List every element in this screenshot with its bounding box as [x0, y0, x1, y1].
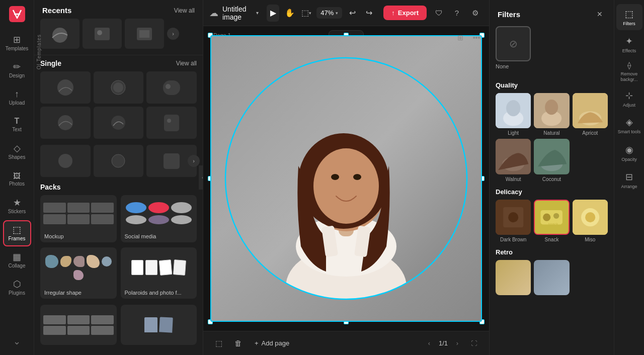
- quality-section-title: Quality: [496, 81, 608, 89]
- filter-retro-2[interactable]: [534, 260, 569, 297]
- redo-button[interactable]: ↪: [363, 5, 375, 22]
- help-icon[interactable]: ?: [449, 5, 465, 21]
- right-tool-remove-bg[interactable]: ⟠ Remove backgr...: [616, 58, 642, 84]
- filter-none-label: None: [496, 63, 509, 69]
- sidebar-item-design[interactable]: ✏ Design: [3, 57, 31, 83]
- smart-tools-icon: ◈: [626, 117, 633, 128]
- single-thumb-5[interactable]: [94, 107, 144, 139]
- right-tool-smart-tools[interactable]: ◈ Smart tools: [616, 113, 642, 139]
- filter-dark-brown-thumb: [496, 200, 531, 235]
- right-tool-arrange[interactable]: ⊟ Arrange: [616, 167, 642, 193]
- svg-point-13: [111, 116, 125, 130]
- single-thumb-7[interactable]: [40, 145, 91, 177]
- zoom-caret: ▾: [336, 11, 338, 16]
- toolbar-more-button[interactable]: ⌄: [9, 332, 25, 351]
- filter-apricot[interactable]: Apricot: [573, 93, 608, 136]
- filter-retro-1[interactable]: [496, 260, 531, 297]
- recent-thumb-1[interactable]: [40, 19, 79, 49]
- recents-next-arrow[interactable]: ›: [167, 28, 179, 40]
- filter-miso[interactable]: Miso: [573, 200, 608, 242]
- sidebar-item-templates[interactable]: ⊞ Templates: [3, 30, 31, 56]
- app-logo[interactable]: [7, 4, 27, 24]
- sidebar-item-upload[interactable]: ↑ Upload: [3, 84, 31, 111]
- shield-icon[interactable]: 🛡: [431, 5, 447, 21]
- single-view-all[interactable]: View all: [176, 60, 197, 67]
- pack-polaroids-label: Polaroids and photo f...: [121, 288, 197, 299]
- add-page-button[interactable]: + Add page: [250, 337, 294, 349]
- document-title[interactable]: Untitled image ▾: [222, 5, 259, 21]
- sidebar-item-photos[interactable]: 🖼 Photos: [3, 166, 31, 192]
- pack-irregular-thumb: [40, 247, 117, 288]
- svg-rect-3: [95, 28, 110, 40]
- single-header: Single View all: [40, 59, 197, 67]
- page-nav: ‹ 1/1 › ⛶: [423, 336, 481, 350]
- sidebar-item-shapes[interactable]: ◇ Shapes: [3, 139, 31, 165]
- canvas-option-icon[interactable]: ⊞: [454, 31, 467, 44]
- pack-more-1[interactable]: [40, 305, 117, 345]
- pack-social-thumb: [121, 195, 197, 231]
- sidebar-item-frames[interactable]: ⬚ Frames: [3, 220, 31, 246]
- hand-tool-button[interactable]: ✋: [283, 5, 296, 22]
- page-indicator: 1/1: [439, 339, 448, 347]
- frame-tool-button[interactable]: ⬚ ▾: [300, 5, 312, 22]
- filter-light[interactable]: Light: [496, 93, 531, 136]
- sidebar-item-stickers[interactable]: ★ Stickers: [3, 193, 31, 219]
- add-page-label: Add page: [262, 339, 290, 347]
- recents-view-all[interactable]: View all: [174, 7, 195, 14]
- section-divider-1: [34, 55, 203, 55]
- pack-mockup[interactable]: Mockup: [40, 195, 117, 242]
- frame-pin-button[interactable]: ⬚: [211, 336, 226, 351]
- svg-point-4: [97, 30, 102, 35]
- filter-natural[interactable]: Natural: [534, 93, 569, 136]
- sidebar-item-text[interactable]: T Text: [3, 112, 31, 138]
- filter-snack[interactable]: snack Snack: [534, 200, 569, 242]
- single-thumb-2[interactable]: [94, 71, 144, 104]
- undo-button[interactable]: ↩: [346, 5, 359, 22]
- fullscreen-button[interactable]: ⛶: [467, 336, 481, 350]
- undo-icon: ↩: [349, 8, 356, 18]
- single-next-arrow[interactable]: ›: [188, 155, 200, 167]
- export-icon: ↑: [391, 9, 395, 17]
- svg-rect-10: [163, 80, 180, 95]
- recent-thumb-3[interactable]: [125, 19, 164, 49]
- single-grid: [40, 71, 197, 139]
- filter-none-button[interactable]: ⊘: [496, 26, 531, 61]
- filter-dark-brown-label: Dark Brown: [496, 237, 531, 242]
- settings-icon[interactable]: ⚙: [467, 5, 483, 21]
- right-tool-effects[interactable]: ✦ Effects: [616, 31, 642, 57]
- filters-panel-icon: ⬚: [625, 9, 633, 20]
- retro-filter-grid: [496, 260, 608, 297]
- export-button[interactable]: ↑ Export: [383, 6, 427, 20]
- sidebar-item-plugins[interactable]: ⬡ Plugins: [3, 275, 31, 301]
- pack-irregular[interactable]: Irregular shape: [40, 247, 117, 299]
- canvas-more-icon[interactable]: •••: [470, 31, 483, 44]
- sidebar-item-collage[interactable]: ▦ Collage: [3, 247, 31, 274]
- single-thumb-8[interactable]: [94, 145, 144, 177]
- right-tool-effects-label: Effects: [622, 48, 636, 53]
- zoom-control[interactable]: 47% ▾: [316, 7, 342, 19]
- right-tool-adjust[interactable]: ⊹ Adjust: [616, 85, 642, 112]
- filter-dark-brown[interactable]: Dark Brown: [496, 200, 531, 242]
- right-tool-filters[interactable]: ⬚ Filters: [616, 4, 642, 30]
- recent-thumb-2[interactable]: [83, 19, 122, 49]
- retro-section-title: Retro: [496, 248, 608, 256]
- filter-coconut[interactable]: Coconut: [534, 139, 569, 182]
- next-page-button[interactable]: ›: [451, 337, 464, 350]
- pack-more-2[interactable]: [121, 305, 197, 345]
- filters-close-button[interactable]: ✕: [594, 8, 606, 20]
- filter-walnut[interactable]: Walnut: [496, 139, 531, 182]
- single-thumb-4[interactable]: [40, 107, 91, 139]
- top-bar-icons: 🛡 ? ⚙: [431, 5, 483, 21]
- pack-polaroids[interactable]: Polaroids and photo f...: [121, 247, 197, 299]
- panel-collapse-handle[interactable]: ‹: [199, 165, 203, 190]
- filter-walnut-label: Walnut: [496, 176, 531, 182]
- select-tool-button[interactable]: ▶: [267, 5, 279, 22]
- single-thumb-6[interactable]: [146, 107, 197, 139]
- right-tool-opacity[interactable]: ◉ Opacity: [616, 140, 642, 166]
- prev-page-button[interactable]: ‹: [423, 337, 436, 350]
- filters-title: Filters: [498, 10, 520, 19]
- pack-social-media[interactable]: Social media: [121, 195, 197, 242]
- single-thumb-1[interactable]: [40, 71, 91, 104]
- single-thumb-3[interactable]: [146, 71, 197, 104]
- delete-button[interactable]: 🗑: [230, 336, 246, 351]
